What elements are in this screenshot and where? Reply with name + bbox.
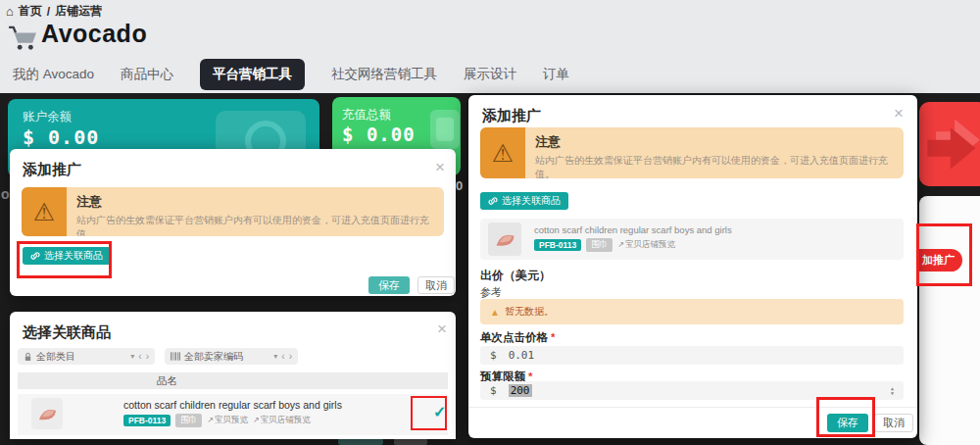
product-image <box>488 222 521 256</box>
breadcrumb-home[interactable]: 首页 <box>19 3 42 20</box>
cart-icon <box>8 25 37 51</box>
arrow-right-icon <box>921 113 980 175</box>
modal-title: 添加推广 <box>23 161 81 179</box>
select-product-modal: 选择关联商品 × 全部类目 ▾ ‹ › 全部卖家编码 ▾ ‹ › <box>10 312 456 439</box>
select-product-button[interactable]: 选择关联商品 <box>480 192 568 210</box>
category-badge: 围巾 <box>586 238 612 252</box>
nav-tabs: 我的 Avocado 商品中心 平台营销工具 社交网络营销工具 展示设计 订单 <box>13 59 569 90</box>
cancel-button[interactable]: 取消 <box>417 276 455 294</box>
tab-orders[interactable]: 订单 <box>543 66 569 83</box>
chevron-down-icon: ▾ <box>273 352 277 361</box>
notice-title: 注意 <box>535 133 894 151</box>
modal-title: 添加推广 <box>482 107 541 125</box>
budget-value: 200 <box>509 384 532 397</box>
product-image <box>31 398 63 429</box>
balance-label: 账户余额 <box>23 109 72 125</box>
warning-icon: ⚠ <box>22 187 67 236</box>
notice-banner: ⚠ 注意 站内广告的生效需保证平台营销账户内有可以使用的资金，可进入充值页面进行… <box>480 127 904 178</box>
modal-title: 选择关联商品 <box>23 323 111 342</box>
seller-code-filter[interactable]: 全部卖家编码 ▾ ‹ › <box>165 348 298 365</box>
tab-my-avocado[interactable]: 我的 Avocado <box>13 66 94 83</box>
dimmed-cancel-button <box>394 438 427 445</box>
no-data-banner: ▲ 暂无数据。 <box>480 299 904 324</box>
close-icon[interactable]: × <box>437 321 447 337</box>
breadcrumb: ⌂ 首页 / 店铺运营 <box>6 3 102 20</box>
external-link-icon: ↗ <box>253 416 260 424</box>
select-product-label: 选择关联商品 <box>502 194 561 208</box>
no-data-text: 暂无数据。 <box>505 305 554 319</box>
cpc-label: 单次点击价格* <box>480 330 555 345</box>
save-button[interactable]: 保存 <box>368 276 410 294</box>
dimmed-save-button <box>338 438 383 445</box>
barcode-icon <box>171 352 180 361</box>
home-icon: ⌂ <box>6 4 14 19</box>
prev-icon[interactable]: ‹ <box>138 351 141 362</box>
table-header: 品名 <box>18 372 448 389</box>
balance-value: $ 0.00 <box>23 125 99 149</box>
product-row[interactable]: cotton scarf children regular scarf boys… <box>18 394 448 435</box>
warning-triangle-icon: ▲ <box>490 307 500 318</box>
notice-banner: ⚠ 注意 站内广告的生效需保证平台营销账户内有可以使用的资金，可进入充值页面进行… <box>22 187 444 236</box>
tab-platform-marketing[interactable]: 平台营销工具 <box>200 59 305 90</box>
warning-icon: ⚠ <box>480 127 525 178</box>
bid-section-label: 出价（美元） <box>480 268 551 284</box>
next-icon[interactable]: › <box>146 351 149 362</box>
page-title: Avocado <box>41 20 147 48</box>
wallet-icon <box>430 110 460 149</box>
highlight-box-add-promotion <box>916 223 972 286</box>
category-filter[interactable]: 全部类目 ▾ ‹ › <box>18 348 155 365</box>
required-asterisk: * <box>551 331 555 343</box>
sku-badge: PFB-0113 <box>534 239 581 251</box>
cpc-value: 0.01 <box>509 349 535 362</box>
spinner-down-icon[interactable]: ▼ <box>891 391 894 396</box>
external-link-icon: ↗ <box>207 416 214 424</box>
product-name: cotton scarf children regular scarf boys… <box>534 224 732 235</box>
cpc-input[interactable]: $ 0.01 <box>480 346 904 365</box>
notice-text: 站内广告的生效需保证平台营销账户内有可以使用的资金，可进入充值页面进行充值。 <box>535 154 894 178</box>
next-icon[interactable]: › <box>289 351 292 362</box>
product-preview-link[interactable]: ↗宝贝预览 <box>207 415 248 426</box>
column-name: 品名 <box>157 374 177 386</box>
external-link-icon: ↗ <box>617 240 624 249</box>
store-preview-link[interactable]: ↗宝贝店铺预览 <box>253 415 311 426</box>
prev-icon[interactable]: ‹ <box>281 351 284 362</box>
tab-social-marketing[interactable]: 社交网络营销工具 <box>331 66 437 83</box>
close-icon[interactable]: × <box>894 105 904 122</box>
seller-code-filter-value: 全部卖家编码 <box>184 350 243 364</box>
reference-label: 参考 <box>480 285 502 300</box>
close-icon[interactable]: × <box>435 159 445 175</box>
highlight-box-check <box>411 396 447 430</box>
cancel-button[interactable]: 取消 <box>874 414 913 432</box>
number-spinner[interactable]: ▲ ▼ <box>891 386 894 396</box>
product-name: cotton scarf children regular scarf boys… <box>123 399 342 411</box>
screen: ⌂ 首页 / 店铺运营 Avocado 我的 Avocado 商品中心 平台营销… <box>0 0 980 445</box>
selected-product-card: cotton scarf children regular scarf boys… <box>480 219 904 260</box>
currency-prefix: $ <box>490 349 497 362</box>
arrow-card[interactable] <box>919 102 980 186</box>
currency-prefix: $ <box>490 384 497 397</box>
tab-product-center[interactable]: 商品中心 <box>121 66 173 83</box>
chevron-down-icon: ▾ <box>130 352 134 361</box>
recharge-value: $ 0.00 <box>342 124 416 145</box>
tab-display-design[interactable]: 展示设计 <box>464 66 516 83</box>
lock-icon <box>24 352 32 362</box>
notice-text: 站内广告的生效需保证平台营销账户内有可以使用的资金，可进入充值页面进行充值。 <box>76 214 434 236</box>
category-badge: 围巾 <box>175 414 202 427</box>
breadcrumb-section[interactable]: 店铺运营 <box>55 3 102 20</box>
sku-badge: PFB-0113 <box>123 415 171 426</box>
highlight-box-select-product <box>17 241 112 278</box>
breadcrumb-separator: / <box>47 5 50 19</box>
category-filter-value: 全部类目 <box>36 350 75 364</box>
highlight-box-save <box>816 397 875 437</box>
store-preview-link[interactable]: ↗宝贝店铺预览 <box>617 239 675 251</box>
recharge-label: 充值总额 <box>342 107 391 124</box>
notice-title: 注意 <box>76 193 434 211</box>
add-promotion-detail-modal: 添加推广 × ⚠ 注意 站内广告的生效需保证平台营销账户内有可以使用的资金，可进… <box>468 95 917 438</box>
link-icon <box>488 196 498 206</box>
dimmed-fragment: 0 <box>456 178 463 193</box>
dimmed-fragment: o <box>1 186 10 202</box>
